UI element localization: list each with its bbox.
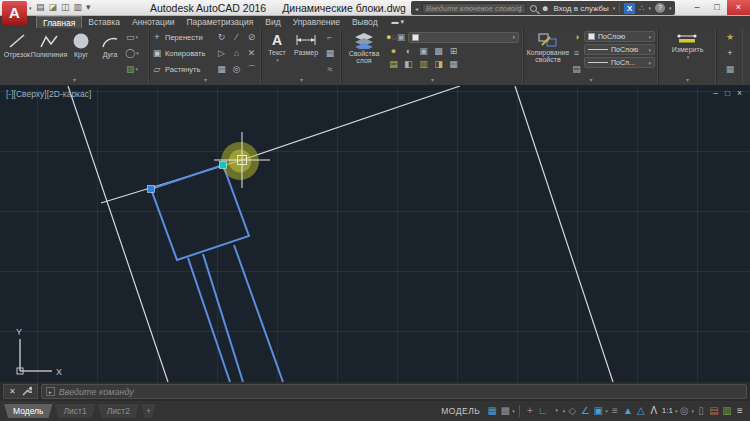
hardware-acceleration-icon[interactable]: ▤ bbox=[708, 402, 720, 420]
object-snap-icon[interactable]: ▣▾ bbox=[592, 402, 608, 420]
hatch-tool-icon[interactable]: ▨▾ bbox=[126, 63, 138, 75]
snap-mode-icon-dropdown-icon[interactable]: ▾ bbox=[512, 408, 515, 414]
plot-icon[interactable]: ▥ bbox=[74, 1, 83, 13]
viewport-minimize-icon[interactable]: – bbox=[713, 88, 718, 98]
table-icon[interactable]: ▦ bbox=[326, 47, 335, 59]
model-space-label[interactable]: МОДЕЛЬ bbox=[441, 406, 480, 416]
color-wheel-icon[interactable]: ◑ bbox=[574, 31, 579, 43]
layers-panel-expand-icon[interactable]: ▾ bbox=[342, 77, 523, 85]
utilities-panel-expand-icon[interactable]: ▾ bbox=[659, 77, 716, 85]
polar-tracking-icon[interactable]: ◔▾ bbox=[550, 402, 566, 420]
annotation-autoscale-icon[interactable]: △ bbox=[635, 402, 647, 420]
infocenter-search-input[interactable] bbox=[422, 3, 526, 14]
infocenter-collapse-icon[interactable]: ◂ bbox=[415, 5, 418, 12]
layer-lock-icon[interactable]: ▣ bbox=[397, 31, 406, 43]
calc-tool-icon[interactable]: ▦ bbox=[726, 63, 735, 75]
fillet-icon[interactable]: ⌒ bbox=[247, 63, 256, 75]
array-icon[interactable]: ▦ bbox=[217, 63, 226, 75]
help-icon[interactable]: ? bbox=[655, 3, 665, 13]
linetype-list-icon[interactable]: ≡ bbox=[574, 47, 579, 59]
snap-mode-icon[interactable]: ▩▾ bbox=[499, 402, 515, 420]
a360-icon[interactable]: ∴ bbox=[639, 4, 644, 13]
explode-icon[interactable]: ✕ bbox=[248, 47, 256, 59]
layer-off-icon[interactable]: ◧ bbox=[404, 58, 413, 70]
save-icon[interactable]: ◫ bbox=[61, 1, 70, 13]
command-input[interactable] bbox=[59, 387, 742, 397]
layer-state-icon[interactable]: ⊞ bbox=[450, 45, 458, 57]
draw-panel-expand-icon[interactable]: ▾ bbox=[0, 77, 149, 85]
isodraft-icon[interactable]: ◇ bbox=[566, 402, 578, 420]
ellipse-tool-icon-dropdown-icon[interactable]: ▾ bbox=[136, 50, 139, 56]
ribbon-tab-1[interactable]: Вставка bbox=[82, 16, 126, 28]
add-tool-icon[interactable]: + bbox=[727, 47, 732, 59]
layer-match-icon[interactable]: ▣ bbox=[419, 45, 428, 57]
ribbon-tab-6[interactable]: Вывод bbox=[346, 16, 384, 28]
annotation-scale-dropdown-icon[interactable]: ▾ bbox=[675, 408, 678, 414]
polar-tracking-icon-dropdown-icon[interactable]: ▾ bbox=[563, 408, 566, 414]
ortho-mode-icon[interactable]: ∟ bbox=[537, 402, 549, 420]
new-file-icon[interactable]: ▤ bbox=[36, 1, 45, 13]
customization-icon[interactable]: ≡ bbox=[734, 402, 746, 420]
linetype-dropdown[interactable]: ПоСлою ▾ bbox=[584, 44, 655, 55]
object-color-dropdown[interactable]: ПоСлою ▾ bbox=[584, 31, 655, 42]
text-button[interactable]: A Текст ▾ bbox=[264, 29, 290, 77]
ribbon-tab-2[interactable]: Аннотации bbox=[126, 16, 181, 28]
stretch-button[interactable]: ▱ Растянуть bbox=[152, 64, 214, 74]
tab-layout2[interactable]: Лист2 bbox=[98, 404, 139, 418]
layer-merge-icon[interactable]: ▥ bbox=[419, 58, 428, 70]
offset-icon[interactable]: ◎ bbox=[233, 63, 241, 75]
annotation-scale[interactable]: 1:1▾ bbox=[661, 402, 678, 420]
ribbon-tab-0[interactable]: Главная bbox=[36, 16, 82, 28]
tab-layout1[interactable]: Лист1 bbox=[55, 404, 96, 418]
dimension-button[interactable]: Размер bbox=[290, 29, 322, 77]
dynamic-input-icon[interactable]: + bbox=[524, 402, 536, 420]
layer-prev-icon[interactable]: ▩ bbox=[434, 45, 443, 57]
circle-button[interactable]: Круг bbox=[66, 29, 96, 77]
viewport-restore-icon[interactable]: □ bbox=[725, 88, 730, 98]
layer-dropdown-icon[interactable]: ▾ bbox=[512, 34, 515, 40]
layer-properties-button[interactable]: Свойства слоя bbox=[344, 29, 384, 77]
lineweight-display-icon[interactable]: ≡ bbox=[609, 402, 621, 420]
command-close-icon[interactable]: ✕ bbox=[9, 387, 16, 396]
boundary-line-2[interactable] bbox=[515, 86, 613, 382]
arc-button[interactable]: Дуга bbox=[96, 29, 124, 77]
leader-icon[interactable]: ⌐ bbox=[327, 31, 332, 43]
tab-model[interactable]: Модель bbox=[4, 404, 53, 418]
mirror-icon[interactable]: ▷ bbox=[218, 47, 225, 59]
move-button[interactable]: + Перенести bbox=[152, 32, 214, 42]
search-icon[interactable] bbox=[530, 5, 537, 12]
app-menu-dropdown-icon[interactable]: ▾ bbox=[29, 5, 32, 11]
modify-panel-expand-icon[interactable]: ▾ bbox=[150, 77, 261, 85]
viewport-close-icon[interactable]: × bbox=[737, 88, 742, 98]
measure-dropdown-icon[interactable]: ▾ bbox=[687, 54, 690, 60]
workspace-icon[interactable]: ◎▾ bbox=[678, 402, 694, 420]
exchange-apps-icon[interactable]: X bbox=[624, 3, 635, 14]
hatch-tool-icon-dropdown-icon[interactable]: ▾ bbox=[136, 66, 139, 72]
customize-wrench-icon[interactable] bbox=[21, 386, 32, 397]
layer-dropdown[interactable]: ▾ bbox=[408, 32, 519, 43]
layer-delete-icon[interactable]: ◨ bbox=[434, 58, 443, 70]
isolate-objects-icon[interactable]: ▯ bbox=[695, 402, 707, 420]
grid-display-icon[interactable]: ▦ bbox=[486, 402, 498, 420]
ribbon-collapse-icon[interactable]: ▬ ▾ bbox=[392, 16, 404, 28]
lineweight-list-icon[interactable]: ▤ bbox=[572, 63, 581, 75]
rectangle-tool-icon-dropdown-icon[interactable]: ▾ bbox=[136, 34, 139, 40]
graphics-performance-icon[interactable]: ▥ bbox=[721, 402, 733, 420]
open-folder-icon[interactable]: ◪ bbox=[49, 1, 58, 13]
osnap-tracking-icon[interactable]: ∠ bbox=[579, 402, 591, 420]
annotation-panel-expand-icon[interactable]: ▾ bbox=[262, 77, 341, 85]
polyline-button[interactable]: Полилиния bbox=[32, 29, 66, 77]
erase-icon[interactable]: ⊘ bbox=[248, 31, 256, 43]
close-button[interactable]: × bbox=[727, 0, 750, 15]
ribbon-tab-5[interactable]: Управление bbox=[287, 16, 346, 28]
trim-icon[interactable]: ∕ bbox=[236, 31, 238, 43]
grip-vertex[interactable] bbox=[148, 186, 155, 193]
signin-button[interactable]: Вход в службы bbox=[553, 4, 608, 13]
minimize-button[interactable]: – bbox=[687, 0, 707, 15]
drawing-canvas[interactable] bbox=[0, 86, 750, 382]
layer-freeze2-icon[interactable]: ▦ bbox=[449, 58, 458, 70]
lineweight-dropdown[interactable]: ПоСл... ▾ bbox=[584, 57, 655, 68]
workspace-icon-dropdown-icon[interactable]: ▾ bbox=[691, 408, 694, 414]
match-properties-button[interactable]: Копирование свойств bbox=[526, 29, 570, 77]
layer-walk-icon[interactable]: ▤ bbox=[389, 58, 398, 70]
